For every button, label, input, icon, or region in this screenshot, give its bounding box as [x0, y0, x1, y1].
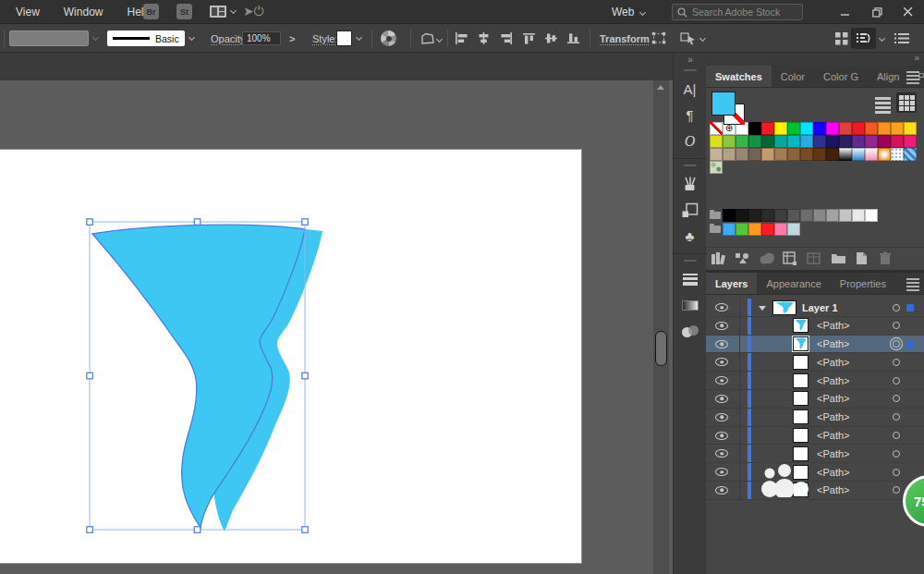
path-thumbnail[interactable]	[793, 446, 808, 461]
swatch-grad-bw[interactable]	[839, 148, 852, 161]
target-circle[interactable]	[893, 432, 900, 439]
collapse-panels-icon[interactable]: »	[706, 53, 924, 66]
opacity-expand-button[interactable]: >	[289, 24, 295, 53]
swatch-libraries-icon[interactable]	[711, 251, 726, 265]
chevron-down-icon[interactable]	[188, 34, 195, 41]
path-row[interactable]: <Path>	[706, 409, 924, 427]
swatch-f15a24[interactable]	[865, 122, 878, 135]
path-name[interactable]: <Path>	[817, 411, 849, 422]
target-circle[interactable]	[893, 486, 900, 494]
swatch-f7941d[interactable]	[878, 122, 891, 135]
swatch-a67c52[interactable]	[774, 148, 787, 161]
minimize-button[interactable]	[830, 0, 861, 24]
target-circle[interactable]	[893, 359, 900, 366]
swatch-3ab54a[interactable]	[736, 135, 748, 148]
workspace-switcher[interactable]: Web	[612, 0, 645, 24]
path-thumbnail[interactable]	[793, 373, 808, 388]
swatch-grad-blue[interactable]	[852, 148, 865, 161]
swatch-00b7c2[interactable]	[787, 135, 800, 148]
tab-color-g[interactable]: Color G	[814, 66, 868, 87]
swatch-kinds-icon[interactable]	[735, 251, 750, 265]
new-swatch-icon[interactable]	[855, 251, 870, 265]
path-name[interactable]: <Path>	[817, 320, 849, 331]
swatch-141414[interactable]	[736, 209, 748, 222]
chevron-down-icon[interactable]	[879, 35, 885, 42]
swatch-fff200[interactable]	[774, 122, 787, 135]
visibility-eye-icon[interactable]	[715, 358, 728, 366]
path-row[interactable]: <Path>	[706, 445, 924, 463]
target-circle[interactable]	[893, 377, 900, 385]
path-name[interactable]: <Path>	[817, 375, 849, 386]
stroke-panel-icon[interactable]	[676, 267, 704, 292]
swatch-5f2b90[interactable]	[852, 135, 865, 148]
align-bottom-icon[interactable]	[566, 32, 580, 44]
path-name[interactable]: <Path>	[817, 338, 849, 349]
swatch-00e5ff[interactable]	[800, 122, 813, 135]
path-name[interactable]: <Path>	[817, 448, 849, 459]
selection-indicator[interactable]	[906, 304, 914, 311]
color-group-folder-icon[interactable]	[710, 212, 721, 219]
path-thumbnail[interactable]	[793, 391, 808, 406]
target-circle[interactable]	[893, 340, 900, 348]
align-center-icon[interactable]	[477, 32, 491, 44]
path-row[interactable]: <Path>	[706, 317, 924, 336]
swatch-3fa9f5[interactable]	[723, 223, 736, 236]
swatch-2b2b2b[interactable]	[761, 209, 774, 222]
visibility-eye-icon[interactable]	[715, 376, 728, 385]
swatch-603813[interactable]	[813, 148, 826, 161]
swatch-9e005d[interactable]	[878, 135, 891, 148]
swatch-ec1c24[interactable]	[852, 122, 865, 135]
selection-indicator[interactable]	[906, 341, 914, 348]
collapse-dock-icon[interactable]: »	[687, 53, 692, 66]
restore-button[interactable]	[861, 0, 893, 24]
chevron-down-icon[interactable]	[230, 7, 237, 14]
target-circle[interactable]	[893, 304, 900, 311]
arrange-windows-icon[interactable]	[835, 32, 848, 45]
grid-view-icon[interactable]	[896, 92, 917, 113]
graphic-styles-panel-icon[interactable]: ♣	[676, 224, 704, 249]
swatch-c4c4c4[interactable]	[839, 209, 852, 222]
path-row[interactable]: <Path>	[706, 463, 924, 482]
swatch-grad-orange[interactable]	[878, 148, 891, 161]
menu-list-icon[interactable]	[894, 32, 909, 44]
swatch-e04040[interactable]	[839, 122, 852, 135]
style-swatch[interactable]	[336, 31, 352, 46]
bridge-icon[interactable]: Br	[143, 4, 159, 19]
align-left-icon[interactable]	[455, 32, 468, 44]
swatch-000000[interactable]	[723, 209, 736, 222]
swatch-00a99d[interactable]	[774, 135, 787, 148]
visibility-eye-icon[interactable]	[715, 303, 728, 311]
visibility-eye-icon[interactable]	[715, 340, 728, 348]
swatch-ffde17[interactable]	[904, 122, 917, 135]
swatch-736357[interactable]	[748, 148, 761, 161]
swatch-b2a182[interactable]	[723, 148, 736, 161]
path-name[interactable]: <Path>	[817, 467, 849, 478]
tab-appearance[interactable]: Appearance	[757, 273, 830, 294]
target-circle[interactable]	[893, 322, 900, 329]
swatch-93278f[interactable]	[865, 135, 878, 148]
path-row[interactable]: <Path>	[706, 427, 924, 446]
swatch-8c6239[interactable]	[787, 148, 800, 161]
transparency-panel-icon[interactable]	[676, 319, 704, 344]
character-panel-icon[interactable]: A|	[676, 77, 704, 102]
swatch-00c02b[interactable]	[787, 122, 800, 135]
swatch-d4145a[interactable]	[891, 135, 904, 148]
swatch-a3a3a3[interactable]	[826, 209, 839, 222]
swatch-42210b[interactable]	[826, 148, 839, 161]
color-group-folder-icon[interactable]	[710, 226, 721, 233]
chevron-down-icon[interactable]	[436, 36, 443, 43]
tab-properties[interactable]: Properties	[831, 273, 895, 294]
swatch-2e3192[interactable]	[813, 135, 826, 148]
dock-grip[interactable]	[684, 260, 697, 262]
visibility-eye-icon[interactable]	[715, 486, 728, 495]
target-circle[interactable]	[893, 413, 900, 421]
swatch-none[interactable]	[710, 122, 723, 135]
swatch-ed1e79[interactable]	[904, 135, 917, 148]
path-thumbnail[interactable]	[793, 318, 808, 333]
swatch-ff7bac[interactable]	[774, 223, 787, 236]
swatch-1b1464[interactable]	[826, 135, 839, 148]
menu-view[interactable]: View	[4, 6, 52, 18]
swatch-ff1d25[interactable]	[761, 223, 774, 236]
visibility-eye-icon[interactable]	[715, 322, 728, 330]
swatch-grad-pink[interactable]	[865, 148, 878, 161]
